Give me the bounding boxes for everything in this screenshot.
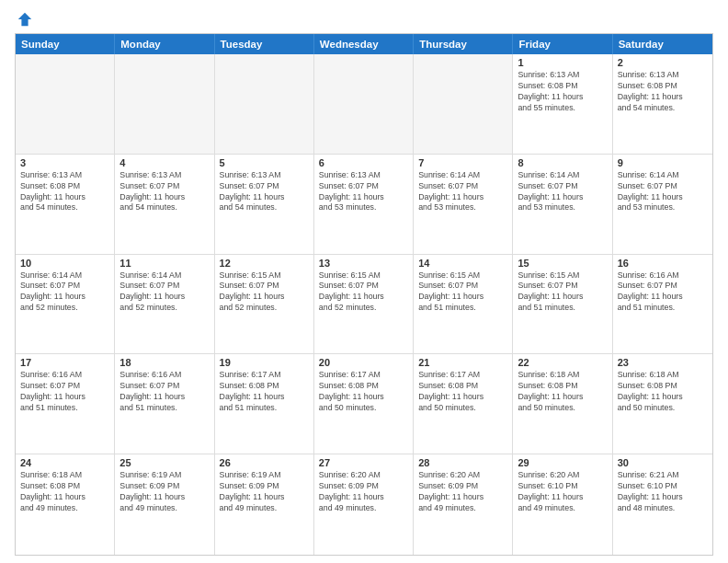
day-number: 18 — [119, 357, 209, 368]
calendar-header-day: Saturday — [613, 34, 712, 54]
calendar-cell: 14Sunrise: 6:15 AMSunset: 6:07 PMDayligh… — [414, 255, 513, 354]
day-number: 7 — [418, 157, 507, 168]
cell-info: Sunrise: 6:13 AMSunset: 6:07 PMDaylight:… — [220, 170, 309, 214]
calendar-cell: 28Sunrise: 6:20 AMSunset: 6:09 PMDayligh… — [414, 454, 513, 555]
cell-info: Sunrise: 6:17 AMSunset: 6:08 PMDaylight:… — [220, 370, 309, 414]
day-number: 30 — [618, 457, 708, 468]
cell-info: Sunrise: 6:20 AMSunset: 6:09 PMDaylight:… — [319, 470, 408, 514]
calendar-cell: 18Sunrise: 6:16 AMSunset: 6:07 PMDayligh… — [115, 354, 214, 454]
calendar-row: 24Sunrise: 6:18 AMSunset: 6:08 PMDayligh… — [16, 454, 712, 555]
calendar-cell: 17Sunrise: 6:16 AMSunset: 6:07 PMDayligh… — [16, 354, 115, 454]
cell-info: Sunrise: 6:16 AMSunset: 6:07 PMDaylight:… — [618, 270, 708, 315]
day-number: 27 — [319, 457, 408, 468]
cell-info: Sunrise: 6:20 AMSunset: 6:10 PMDaylight:… — [518, 470, 607, 514]
logo-icon — [17, 11, 33, 28]
calendar-cell — [414, 54, 513, 154]
day-number: 8 — [518, 157, 607, 168]
calendar-row: 17Sunrise: 6:16 AMSunset: 6:07 PMDayligh… — [16, 354, 712, 454]
calendar-cell: 25Sunrise: 6:19 AMSunset: 6:09 PMDayligh… — [115, 454, 214, 555]
day-number: 10 — [20, 258, 109, 269]
calendar-cell: 21Sunrise: 6:17 AMSunset: 6:08 PMDayligh… — [414, 354, 513, 454]
cell-info: Sunrise: 6:15 AMSunset: 6:07 PMDaylight:… — [518, 270, 607, 315]
calendar-cell — [16, 54, 115, 154]
cell-info: Sunrise: 6:13 AMSunset: 6:07 PMDaylight:… — [319, 170, 408, 214]
day-number: 26 — [220, 457, 309, 468]
cell-info: Sunrise: 6:18 AMSunset: 6:08 PMDaylight:… — [20, 470, 109, 514]
calendar-header-day: Tuesday — [215, 34, 314, 54]
day-number: 5 — [220, 157, 309, 168]
day-number: 25 — [119, 457, 209, 468]
cell-info: Sunrise: 6:21 AMSunset: 6:10 PMDaylight:… — [618, 470, 708, 514]
cell-info: Sunrise: 6:18 AMSunset: 6:08 PMDaylight:… — [618, 370, 708, 414]
day-number: 12 — [220, 258, 309, 269]
day-number: 4 — [119, 157, 209, 168]
calendar-cell: 12Sunrise: 6:15 AMSunset: 6:07 PMDayligh… — [215, 255, 314, 354]
calendar-cell: 13Sunrise: 6:15 AMSunset: 6:07 PMDayligh… — [314, 255, 414, 354]
calendar-cell: 20Sunrise: 6:17 AMSunset: 6:08 PMDayligh… — [314, 354, 414, 454]
day-number: 14 — [418, 258, 507, 269]
calendar-cell: 8Sunrise: 6:14 AMSunset: 6:07 PMDaylight… — [513, 155, 612, 254]
cell-info: Sunrise: 6:14 AMSunset: 6:07 PMDaylight:… — [518, 170, 607, 214]
cell-info: Sunrise: 6:13 AMSunset: 6:08 PMDaylight:… — [20, 170, 109, 214]
calendar-cell — [115, 54, 214, 154]
calendar-header: SundayMondayTuesdayWednesdayThursdayFrid… — [16, 34, 712, 54]
calendar-body: 1Sunrise: 6:13 AMSunset: 6:08 PMDaylight… — [16, 54, 712, 555]
cell-info: Sunrise: 6:16 AMSunset: 6:07 PMDaylight:… — [119, 370, 209, 414]
calendar-cell — [215, 54, 314, 154]
day-number: 22 — [518, 357, 607, 368]
calendar-cell: 11Sunrise: 6:14 AMSunset: 6:07 PMDayligh… — [115, 255, 214, 354]
day-number: 16 — [618, 258, 708, 269]
logo — [15, 11, 33, 26]
calendar-cell: 27Sunrise: 6:20 AMSunset: 6:09 PMDayligh… — [314, 454, 414, 555]
calendar-cell: 30Sunrise: 6:21 AMSunset: 6:10 PMDayligh… — [613, 454, 712, 555]
calendar-cell: 6Sunrise: 6:13 AMSunset: 6:07 PMDaylight… — [314, 155, 414, 254]
calendar-cell: 3Sunrise: 6:13 AMSunset: 6:08 PMDaylight… — [16, 155, 115, 254]
calendar-cell: 15Sunrise: 6:15 AMSunset: 6:07 PMDayligh… — [513, 255, 612, 354]
calendar-cell: 1Sunrise: 6:13 AMSunset: 6:08 PMDaylight… — [513, 54, 612, 154]
day-number: 19 — [220, 357, 309, 368]
day-number: 15 — [518, 258, 607, 269]
cell-info: Sunrise: 6:16 AMSunset: 6:07 PMDaylight:… — [20, 370, 109, 414]
cell-info: Sunrise: 6:14 AMSunset: 6:07 PMDaylight:… — [20, 270, 109, 315]
calendar-header-day: Thursday — [414, 34, 513, 54]
day-number: 3 — [20, 157, 109, 168]
calendar-cell: 24Sunrise: 6:18 AMSunset: 6:08 PMDayligh… — [16, 454, 115, 555]
page: SundayMondayTuesdayWednesdayThursdayFrid… — [0, 0, 728, 563]
calendar-cell: 2Sunrise: 6:13 AMSunset: 6:08 PMDaylight… — [613, 54, 712, 154]
day-number: 9 — [618, 157, 708, 168]
cell-info: Sunrise: 6:13 AMSunset: 6:08 PMDaylight:… — [518, 70, 607, 114]
calendar-header-day: Friday — [513, 34, 612, 54]
cell-info: Sunrise: 6:20 AMSunset: 6:09 PMDaylight:… — [418, 470, 507, 514]
calendar-cell: 23Sunrise: 6:18 AMSunset: 6:08 PMDayligh… — [613, 354, 712, 454]
cell-info: Sunrise: 6:14 AMSunset: 6:07 PMDaylight:… — [618, 170, 708, 214]
calendar: SundayMondayTuesdayWednesdayThursdayFrid… — [15, 33, 713, 556]
day-number: 11 — [119, 258, 209, 269]
day-number: 28 — [418, 457, 507, 468]
calendar-cell: 19Sunrise: 6:17 AMSunset: 6:08 PMDayligh… — [215, 354, 314, 454]
calendar-cell: 9Sunrise: 6:14 AMSunset: 6:07 PMDaylight… — [613, 155, 712, 254]
day-number: 13 — [319, 258, 408, 269]
calendar-row: 3Sunrise: 6:13 AMSunset: 6:08 PMDaylight… — [16, 155, 712, 255]
day-number: 20 — [319, 357, 408, 368]
calendar-cell: 22Sunrise: 6:18 AMSunset: 6:08 PMDayligh… — [513, 354, 612, 454]
calendar-cell: 5Sunrise: 6:13 AMSunset: 6:07 PMDaylight… — [215, 155, 314, 254]
calendar-cell: 10Sunrise: 6:14 AMSunset: 6:07 PMDayligh… — [16, 255, 115, 354]
calendar-cell: 16Sunrise: 6:16 AMSunset: 6:07 PMDayligh… — [613, 255, 712, 354]
cell-info: Sunrise: 6:13 AMSunset: 6:07 PMDaylight:… — [119, 170, 209, 214]
cell-info: Sunrise: 6:15 AMSunset: 6:07 PMDaylight:… — [220, 270, 309, 315]
calendar-cell: 7Sunrise: 6:14 AMSunset: 6:07 PMDaylight… — [414, 155, 513, 254]
calendar-header-day: Wednesday — [314, 34, 414, 54]
cell-info: Sunrise: 6:15 AMSunset: 6:07 PMDaylight:… — [319, 270, 408, 315]
calendar-row: 10Sunrise: 6:14 AMSunset: 6:07 PMDayligh… — [16, 255, 712, 355]
calendar-cell: 29Sunrise: 6:20 AMSunset: 6:10 PMDayligh… — [513, 454, 612, 555]
cell-info: Sunrise: 6:14 AMSunset: 6:07 PMDaylight:… — [418, 170, 507, 214]
calendar-cell — [314, 54, 414, 154]
day-number: 6 — [319, 157, 408, 168]
calendar-header-day: Sunday — [16, 34, 115, 54]
cell-info: Sunrise: 6:19 AMSunset: 6:09 PMDaylight:… — [119, 470, 209, 514]
cell-info: Sunrise: 6:19 AMSunset: 6:09 PMDaylight:… — [220, 470, 309, 514]
cell-info: Sunrise: 6:18 AMSunset: 6:08 PMDaylight:… — [518, 370, 607, 414]
day-number: 17 — [20, 357, 109, 368]
day-number: 2 — [618, 57, 708, 68]
calendar-header-day: Monday — [115, 34, 214, 54]
